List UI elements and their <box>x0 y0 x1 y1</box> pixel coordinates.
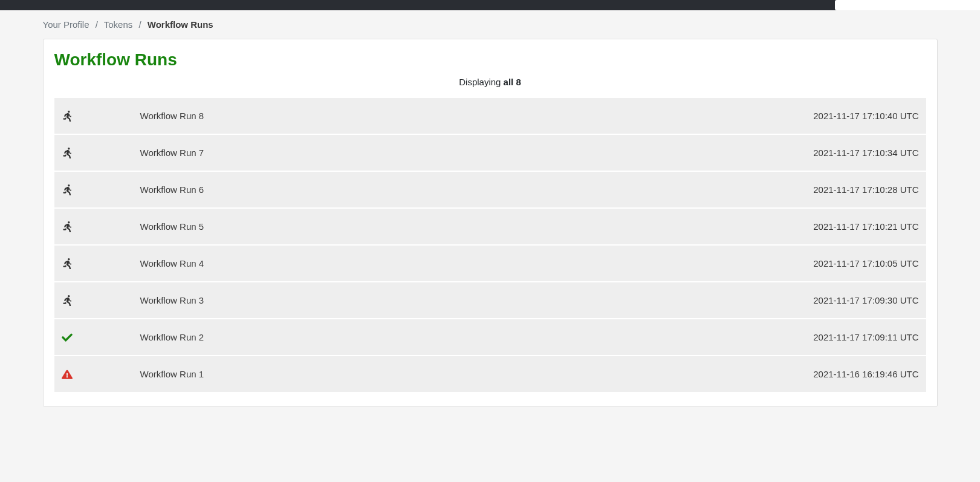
table-row[interactable]: Workflow Run 52021-11-17 17:10:21 UTC <box>54 208 926 245</box>
breadcrumb: Your Profile / Tokens / Workflow Runs <box>43 10 938 39</box>
status-cell <box>54 134 133 171</box>
warning-icon <box>62 369 73 380</box>
running-icon <box>62 295 73 306</box>
result-count-value: all 8 <box>504 77 521 87</box>
status-cell <box>54 171 133 208</box>
running-icon <box>62 148 73 158</box>
run-name: Workflow Run 3 <box>133 282 447 319</box>
table-row[interactable]: Workflow Run 72021-11-17 17:10:34 UTC <box>54 134 926 171</box>
run-name: Workflow Run 4 <box>133 245 447 282</box>
status-cell <box>54 245 133 282</box>
run-name: Workflow Run 7 <box>133 134 447 171</box>
run-timestamp: 2021-11-17 17:10:34 UTC <box>446 134 926 171</box>
run-name: Workflow Run 5 <box>133 208 447 245</box>
breadcrumb-tokens-link[interactable]: Tokens <box>104 19 133 30</box>
running-icon <box>62 184 73 195</box>
table-row[interactable]: Workflow Run 82021-11-17 17:10:40 UTC <box>54 98 926 134</box>
run-name: Workflow Run 6 <box>133 171 447 208</box>
run-name: Workflow Run 8 <box>133 98 447 134</box>
breadcrumb-current: Workflow Runs <box>148 19 213 30</box>
run-timestamp: 2021-11-17 17:10:05 UTC <box>446 245 926 282</box>
check-icon <box>62 332 73 343</box>
run-timestamp: 2021-11-17 17:10:21 UTC <box>446 208 926 245</box>
running-icon <box>62 221 73 232</box>
run-name: Workflow Run 2 <box>133 319 447 356</box>
top-search-input[interactable] <box>835 0 980 10</box>
running-icon <box>62 258 73 269</box>
workflow-runs-panel: Workflow Runs Displaying all 8 Workflow … <box>43 39 938 407</box>
status-cell <box>54 282 133 319</box>
table-row[interactable]: Workflow Run 22021-11-17 17:09:11 UTC <box>54 319 926 356</box>
run-timestamp: 2021-11-17 17:10:40 UTC <box>446 98 926 134</box>
run-timestamp: 2021-11-17 17:09:30 UTC <box>446 282 926 319</box>
running-icon <box>62 111 73 122</box>
table-row[interactable]: Workflow Run 62021-11-17 17:10:28 UTC <box>54 171 926 208</box>
top-nav-bar <box>0 0 980 10</box>
breadcrumb-separator: / <box>138 19 141 30</box>
run-timestamp: 2021-11-17 17:10:28 UTC <box>446 171 926 208</box>
breadcrumb-profile-link[interactable]: Your Profile <box>43 19 89 30</box>
status-cell <box>54 319 133 356</box>
page-title: Workflow Runs <box>54 50 926 70</box>
run-timestamp: 2021-11-17 17:09:11 UTC <box>446 319 926 356</box>
run-timestamp: 2021-11-16 16:19:46 UTC <box>446 356 926 392</box>
table-row[interactable]: Workflow Run 42021-11-17 17:10:05 UTC <box>54 245 926 282</box>
result-count: Displaying all 8 <box>54 77 926 87</box>
run-name: Workflow Run 1 <box>133 356 447 392</box>
workflow-runs-table: Workflow Run 82021-11-17 17:10:40 UTCWor… <box>54 98 926 393</box>
result-count-prefix: Displaying <box>459 77 503 87</box>
table-row[interactable]: Workflow Run 12021-11-16 16:19:46 UTC <box>54 356 926 392</box>
status-cell <box>54 356 133 392</box>
status-cell <box>54 208 133 245</box>
status-cell <box>54 98 133 134</box>
table-row[interactable]: Workflow Run 32021-11-17 17:09:30 UTC <box>54 282 926 319</box>
breadcrumb-separator: / <box>96 19 98 30</box>
